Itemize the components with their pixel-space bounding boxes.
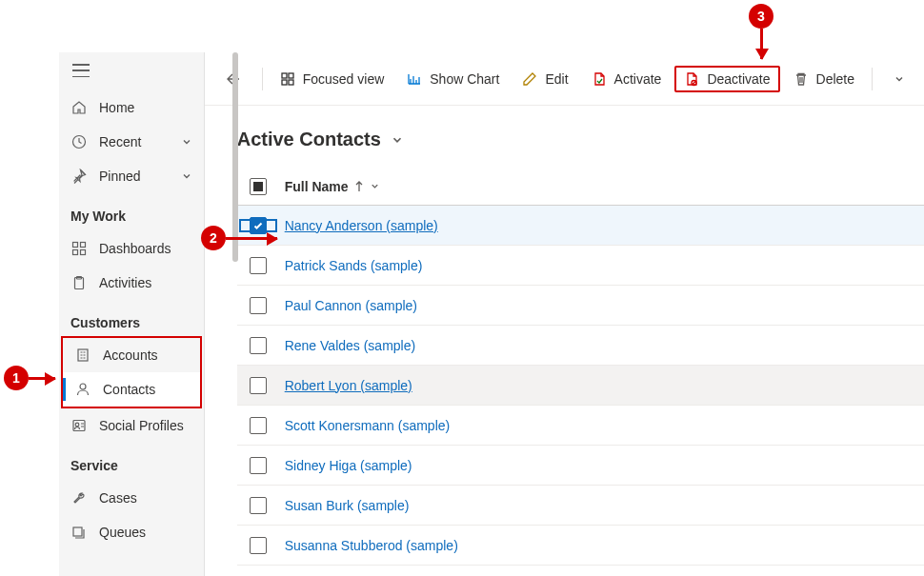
row-checkbox[interactable] <box>250 417 267 434</box>
table-row[interactable]: Patrick Sands (sample) <box>237 246 924 286</box>
table-row[interactable]: Susan Burk (sample) <box>237 486 924 526</box>
table-row[interactable]: Rene Valdes (sample) <box>237 326 924 366</box>
sidebar-item-accounts[interactable]: Accounts <box>63 338 200 372</box>
section-header-my-work: My Work <box>59 193 204 231</box>
contact-link[interactable]: Susanna Stubberod (sample) <box>285 538 458 553</box>
sort-asc-icon <box>354 181 364 192</box>
select-all-checkbox[interactable] <box>250 178 267 195</box>
svg-rect-4 <box>81 250 86 255</box>
sidebar-item-social-profiles[interactable]: Social Profiles <box>59 408 204 443</box>
hamburger-menu-icon[interactable] <box>72 64 90 77</box>
sidebar-item-label: Queues <box>99 525 146 540</box>
contacts-table: Full Name Nancy Anderson (sample) Patric… <box>205 168 924 566</box>
delete-button[interactable]: Delete <box>784 66 864 92</box>
row-checkbox[interactable] <box>250 217 267 234</box>
button-label: Delete <box>816 71 854 87</box>
contact-link[interactable]: Scott Konersmann (sample) <box>285 418 451 433</box>
sidebar-item-contacts[interactable]: Contacts <box>63 372 200 407</box>
deactivate-button[interactable]: Deactivate <box>674 66 779 92</box>
svg-rect-1 <box>73 243 78 248</box>
table-header-row: Full Name <box>237 168 924 206</box>
sidebar-item-home[interactable]: Home <box>59 90 204 125</box>
button-label: Edit <box>545 71 568 87</box>
row-checkbox[interactable] <box>250 497 267 514</box>
chevron-down-icon <box>370 181 380 191</box>
divider <box>262 68 263 90</box>
sidebar-item-dashboards[interactable]: Dashboards <box>59 231 204 266</box>
table-row[interactable]: Robert Lyon (sample) <box>237 366 924 406</box>
sidebar-item-activities[interactable]: Activities <box>59 266 204 300</box>
svg-rect-15 <box>289 80 293 85</box>
file-x-icon <box>684 71 699 87</box>
sidebar-item-label: Dashboards <box>99 241 171 256</box>
row-checkbox[interactable] <box>250 537 267 554</box>
focused-view-button[interactable]: Focused view <box>271 66 394 92</box>
activate-button[interactable]: Activate <box>582 66 672 92</box>
table-row[interactable]: Paul Cannon (sample) <box>237 286 924 326</box>
profile-icon <box>70 417 88 434</box>
table-row[interactable]: Scott Konersmann (sample) <box>237 406 924 446</box>
sidebar: Home Recent Pinned My Work Dashb <box>59 52 205 576</box>
sidebar-item-label: Recent <box>99 134 141 149</box>
edit-button[interactable]: Edit <box>512 66 577 92</box>
callout-1-target: Accounts Contacts <box>61 336 202 408</box>
clock-icon <box>70 133 88 150</box>
chevron-down-icon <box>181 170 192 182</box>
sidebar-item-cases[interactable]: Cases <box>59 481 204 515</box>
button-label: Show Chart <box>430 71 499 87</box>
section-header-customers: Customers <box>59 300 204 338</box>
svg-rect-12 <box>282 73 287 78</box>
contact-link[interactable]: Sidney Higa (sample) <box>285 458 412 473</box>
svg-point-10 <box>75 423 79 427</box>
sidebar-item-label: Pinned <box>99 169 141 184</box>
svg-rect-2 <box>81 243 86 248</box>
chevron-down-icon <box>181 136 192 148</box>
sidebar-item-label: Social Profiles <box>99 418 184 433</box>
callout-1-arrow <box>29 377 55 380</box>
sidebar-item-label: Home <box>99 100 134 115</box>
queue-icon <box>70 524 88 541</box>
view-title: Active Contacts <box>237 129 381 150</box>
column-header-full-name[interactable]: Full Name <box>279 179 924 194</box>
pencil-icon <box>522 71 537 87</box>
contact-link[interactable]: Nancy Anderson (sample) <box>285 218 438 233</box>
row-checkbox[interactable] <box>250 337 267 354</box>
svg-rect-3 <box>73 250 78 255</box>
scrollbar[interactable] <box>232 52 238 262</box>
home-icon <box>70 99 88 116</box>
row-checkbox[interactable] <box>250 377 267 394</box>
chevron-down-icon[interactable] <box>391 133 404 147</box>
contact-link[interactable]: Patrick Sands (sample) <box>285 258 423 273</box>
wrench-icon <box>70 489 88 506</box>
show-chart-button[interactable]: Show Chart <box>397 66 509 92</box>
sidebar-item-pinned[interactable]: Pinned <box>59 159 204 193</box>
command-bar: Focused view Show Chart Edit Activate <box>205 52 924 106</box>
main-content: Focused view Show Chart Edit Activate <box>205 52 924 576</box>
button-label: Focused view <box>303 71 385 87</box>
table-row[interactable]: Susanna Stubberod (sample) <box>237 526 924 566</box>
sidebar-item-queues[interactable]: Queues <box>59 515 204 549</box>
svg-rect-7 <box>78 349 88 361</box>
sidebar-item-label: Activities <box>99 275 151 290</box>
chart-icon <box>407 71 422 87</box>
table-row[interactable]: Nancy Anderson (sample) <box>237 206 924 246</box>
callout-3: 3 <box>749 4 773 29</box>
contact-link[interactable]: Rene Valdes (sample) <box>285 338 415 353</box>
contact-link[interactable]: Susan Burk (sample) <box>285 498 410 513</box>
sidebar-item-label: Contacts <box>103 382 155 397</box>
row-checkbox[interactable] <box>250 457 267 474</box>
contact-link[interactable]: Robert Lyon (sample) <box>285 378 412 393</box>
sidebar-item-recent[interactable]: Recent <box>59 125 204 159</box>
pin-icon <box>70 168 88 185</box>
file-check-icon <box>592 71 607 87</box>
contact-link[interactable]: Paul Cannon (sample) <box>285 298 417 313</box>
table-row[interactable]: Sidney Higa (sample) <box>237 446 924 486</box>
toolbar-more-button[interactable] <box>884 68 914 90</box>
callout-3-arrow <box>760 29 763 59</box>
row-checkbox[interactable] <box>250 257 267 274</box>
svg-rect-11 <box>73 527 82 536</box>
person-icon <box>74 381 91 398</box>
svg-rect-13 <box>289 73 293 78</box>
row-checkbox[interactable] <box>250 297 267 314</box>
sidebar-item-label: Cases <box>99 490 137 506</box>
